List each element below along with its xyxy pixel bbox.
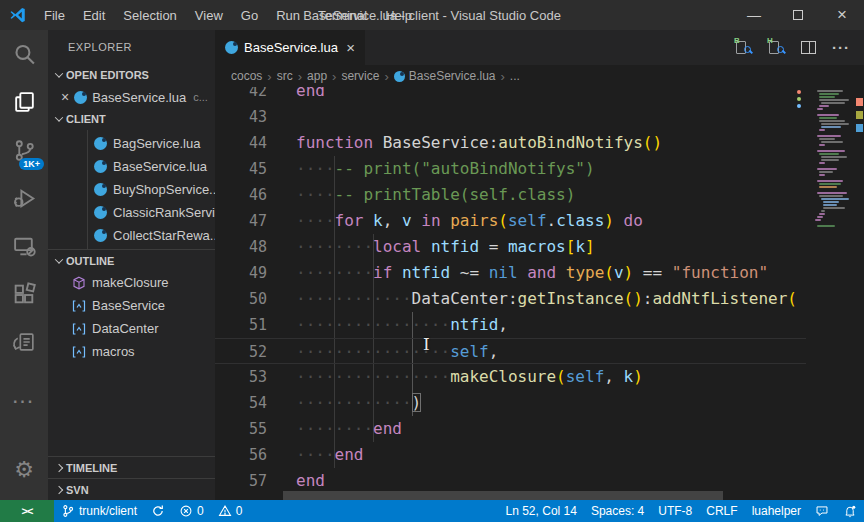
code-token: k xyxy=(575,237,585,256)
folder-section-header[interactable]: CLIENT xyxy=(48,108,215,130)
split-editor-icon[interactable] xyxy=(801,41,816,54)
code-line[interactable]: 51················ntfid, xyxy=(215,312,864,338)
file-sync-icon[interactable] xyxy=(0,318,48,366)
code-line[interactable]: 52················self, xyxy=(215,338,864,364)
status-ln-52-col-14[interactable]: Ln 52, Col 14 xyxy=(499,500,584,522)
line-number[interactable]: 46 xyxy=(215,182,273,208)
code-line[interactable]: 43 xyxy=(215,104,864,130)
tab-close-icon[interactable]: × xyxy=(346,39,355,56)
code-line[interactable]: 49········if ntfid ~= nil and type(v) ==… xyxy=(215,260,864,286)
line-number[interactable]: 53 xyxy=(215,364,273,390)
open-editors-header[interactable]: OPEN EDITORS xyxy=(48,64,215,86)
line-number[interactable]: 47 xyxy=(215,208,273,234)
line-number[interactable]: 42 xyxy=(215,87,273,104)
lua-file-icon xyxy=(94,183,107,196)
breadcrumb: cocos›src›app›service›BaseService.lua›..… xyxy=(215,65,864,87)
source-control-icon[interactable]: 1K+ xyxy=(0,126,48,174)
file-tree-item[interactable]: CollectStarRewa... xyxy=(48,224,215,247)
breadcrumb-item[interactable]: ... xyxy=(510,69,520,83)
outline-header[interactable]: OUTLINE xyxy=(48,249,215,271)
remote-explorer-icon[interactable] xyxy=(0,222,48,270)
errors-status[interactable]: 0 xyxy=(172,500,211,522)
more-actions-icon[interactable]: ··· xyxy=(0,378,48,426)
feedback-status[interactable] xyxy=(808,500,836,522)
breadcrumb-item[interactable]: src xyxy=(277,69,293,83)
maximize-button[interactable] xyxy=(776,0,820,30)
tab-baseservice[interactable]: BaseService.lua × xyxy=(215,30,365,65)
status-spaces-4[interactable]: Spaces: 4 xyxy=(584,500,651,522)
branch-status[interactable]: trunk/client xyxy=(54,500,144,522)
code-line[interactable]: 50············DataCenter:getInstance():a… xyxy=(215,286,864,312)
line-number[interactable]: 49 xyxy=(215,260,273,286)
code-line[interactable]: 48········local ntfid = macros[k] xyxy=(215,234,864,260)
settings-gear-icon[interactable]: ⚙ xyxy=(0,446,48,494)
search-file-b-icon[interactable]: B xyxy=(735,39,752,56)
minimap[interactable] xyxy=(806,87,864,500)
line-number[interactable]: 57 xyxy=(215,468,273,494)
file-tree-item[interactable]: BuyShopService.... xyxy=(48,178,215,201)
close-icon[interactable]: × xyxy=(61,90,69,104)
line-number[interactable]: 55 xyxy=(215,416,273,442)
code-line[interactable]: 44function BaseService:autoBindNotifys() xyxy=(215,130,864,156)
search-icon[interactable] xyxy=(0,30,48,78)
status-luahelper[interactable]: luahelper xyxy=(745,500,808,522)
breadcrumb-item[interactable]: app xyxy=(307,69,327,83)
section-svn[interactable]: SVN xyxy=(48,478,215,500)
outline-item[interactable]: makeClosure xyxy=(48,271,215,294)
code-editor[interactable]: 42end4344function BaseService:autoBindNo… xyxy=(215,87,864,500)
code-line[interactable]: 45····-- print("autoBindNotifys") xyxy=(215,156,864,182)
file-tree-item[interactable]: BagService.lua xyxy=(48,132,215,155)
line-number[interactable]: 48 xyxy=(215,234,273,260)
explorer-icon[interactable] xyxy=(0,78,48,126)
code-line[interactable]: 47····for k, v in pairs(self.class) do xyxy=(215,208,864,234)
menu-go[interactable]: Go xyxy=(232,0,267,30)
breadcrumb-item[interactable]: BaseService.lua xyxy=(394,69,496,83)
breadcrumb-item[interactable]: cocos xyxy=(231,69,262,83)
line-number[interactable]: 54 xyxy=(215,390,273,416)
menu-selection[interactable]: Selection xyxy=(114,0,185,30)
minimap-line xyxy=(819,195,843,197)
status-crlf[interactable]: CRLF xyxy=(699,500,744,522)
line-number[interactable]: 56 xyxy=(215,442,273,468)
code-line[interactable]: 42end xyxy=(215,87,864,104)
section-timeline[interactable]: TIMELINE xyxy=(48,456,215,478)
line-number[interactable]: 43 xyxy=(215,104,273,130)
code-token: end xyxy=(296,87,325,100)
code-line[interactable]: 55········end xyxy=(215,416,864,442)
outline-item[interactable]: macros xyxy=(48,340,215,363)
menu-file[interactable]: File xyxy=(35,0,74,30)
line-number[interactable]: 44 xyxy=(215,130,273,156)
line-number[interactable]: 51 xyxy=(215,312,273,338)
line-number[interactable]: 58 xyxy=(215,494,273,500)
more-actions-icon[interactable]: ··· xyxy=(832,39,850,56)
open-editor-item[interactable]: ×BaseService.luac... xyxy=(48,86,215,108)
code-token xyxy=(363,211,373,230)
breadcrumb-item[interactable]: service xyxy=(341,69,379,83)
sync-status[interactable] xyxy=(144,500,172,522)
search-file-h-icon[interactable]: H xyxy=(768,39,785,56)
code-line[interactable]: 46····-- printTable(self.class) xyxy=(215,182,864,208)
warnings-status[interactable]: 0 xyxy=(211,500,250,522)
notifications-status[interactable] xyxy=(836,500,864,522)
line-number[interactable]: 45 xyxy=(215,156,273,182)
code-line[interactable]: 56····end xyxy=(215,442,864,468)
extensions-icon[interactable] xyxy=(0,270,48,318)
status-utf-8[interactable]: UTF-8 xyxy=(651,500,699,522)
minimize-button[interactable]: — xyxy=(732,0,776,30)
file-tree-item[interactable]: BaseService.lua xyxy=(48,155,215,178)
outline-item[interactable]: DataCenter xyxy=(48,317,215,340)
horizontal-scrollbar[interactable] xyxy=(283,491,723,500)
remote-indicator[interactable]: >< xyxy=(0,500,54,522)
line-number[interactable]: 52 xyxy=(215,339,273,363)
menu-edit[interactable]: Edit xyxy=(74,0,114,30)
code-token: : xyxy=(489,133,499,152)
menu-view[interactable]: View xyxy=(186,0,232,30)
code-line[interactable]: 54············) xyxy=(215,390,864,416)
run-debug-icon[interactable] xyxy=(0,174,48,222)
line-number[interactable]: 50 xyxy=(215,286,273,312)
close-button[interactable]: × xyxy=(820,0,864,30)
code-line[interactable]: 53················makeClosure(self, k) xyxy=(215,364,864,390)
outline-item[interactable]: BaseService xyxy=(48,294,215,317)
file-tree-item[interactable]: ClassicRankServi... xyxy=(48,201,215,224)
code-token: ················ xyxy=(296,367,450,386)
